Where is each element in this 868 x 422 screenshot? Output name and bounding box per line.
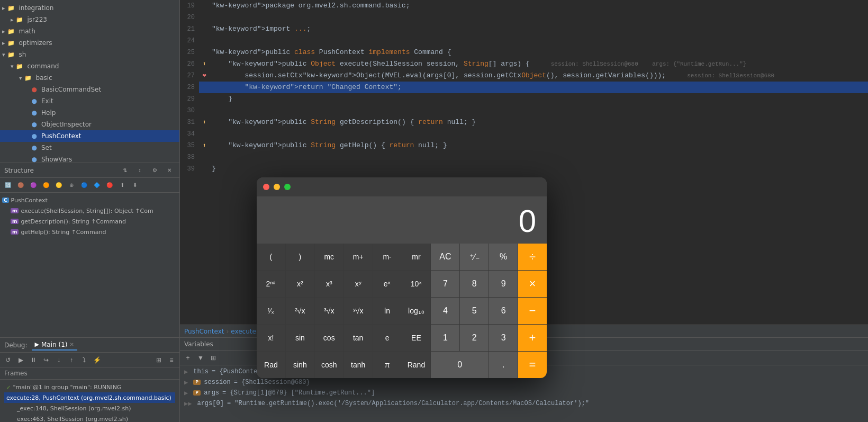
structure-sort-alpha-btn[interactable]: ⇅ bbox=[119, 165, 131, 176]
calc-btn-__x[interactable]: ʸ√x bbox=[344, 298, 373, 324]
calc-btn-Rand[interactable]: Rand bbox=[402, 352, 431, 378]
debug-run-cursor-btn[interactable]: ⤵ bbox=[78, 355, 90, 365]
struct-item[interactable]: mgetHelp(): String ↑Command bbox=[0, 227, 179, 237]
calc-btn-_[interactable]: ) bbox=[286, 244, 314, 270]
calc-btn-10_[interactable]: 10ˣ bbox=[402, 271, 431, 297]
frame-item-1[interactable]: execute:28, PushContext (org.mvel2.sh.co… bbox=[4, 392, 175, 403]
var-item-1[interactable]: ▶Psession= {ShellSession@680} bbox=[180, 377, 868, 388]
calc-btn-_[interactable]: ( bbox=[257, 244, 285, 270]
var-add-btn[interactable]: + bbox=[182, 353, 194, 363]
debug-restart-btn[interactable]: ↺ bbox=[2, 355, 14, 365]
frame-item-2[interactable]: _exec:148, ShellSession (org.mvel2.sh) bbox=[4, 403, 175, 414]
calc-maximize-btn[interactable] bbox=[284, 184, 291, 190]
calc-btn-ln[interactable]: ln bbox=[373, 298, 402, 324]
calc-btn-3[interactable]: 3 bbox=[489, 325, 518, 351]
calc-btn-cosh[interactable]: cosh bbox=[315, 352, 343, 378]
calc-btn-tanh[interactable]: tanh bbox=[344, 352, 373, 378]
calc-btn-___[interactable]: ⁺∕₋ bbox=[460, 244, 489, 270]
calc-btn-x_[interactable]: xʸ bbox=[344, 271, 373, 297]
calc-btn-5[interactable]: 5 bbox=[460, 298, 489, 324]
tree-item-optimizers[interactable]: ▸📁optimizers bbox=[0, 37, 179, 49]
calc-btn-AC[interactable]: AC bbox=[431, 244, 459, 270]
view-as-btn[interactable]: 🔢 bbox=[2, 180, 14, 191]
structure-close-btn[interactable]: ✕ bbox=[164, 165, 175, 176]
tree-item-PushContext[interactable]: ·●PushContext bbox=[0, 130, 179, 142]
calc-btn-sin[interactable]: sin bbox=[286, 325, 314, 351]
struct-item[interactable]: mexecute(ShellSession, String[]): Object… bbox=[0, 205, 179, 216]
view-orange-btn[interactable]: 🟠 bbox=[40, 180, 52, 191]
calc-btn-m_[interactable]: m+ bbox=[344, 244, 373, 270]
debug-step-into-btn[interactable]: ↓ bbox=[53, 355, 65, 365]
debug-threads-btn[interactable]: ≡ bbox=[166, 355, 177, 365]
calc-btn-___[interactable]: ¹⁄ₓ bbox=[257, 298, 285, 324]
calc-btn-9[interactable]: 9 bbox=[489, 271, 518, 297]
var-expand-icon[interactable]: ▶▶ bbox=[184, 400, 192, 408]
calc-btn-x_[interactable]: x³ bbox=[315, 271, 343, 297]
calc-btn-cos[interactable]: cos bbox=[315, 325, 343, 351]
view-collapse-btn[interactable]: ⬇ bbox=[129, 180, 141, 191]
calc-btn-7[interactable]: 7 bbox=[431, 271, 459, 297]
calc-btn-e[interactable]: e bbox=[373, 325, 402, 351]
view-red-btn[interactable]: 🔴 bbox=[104, 180, 115, 191]
debug-step-out-btn[interactable]: ↑ bbox=[66, 355, 77, 365]
tree-item-integration[interactable]: ▸📁integration bbox=[0, 2, 179, 14]
calc-btn-_[interactable]: = bbox=[518, 352, 547, 378]
struct-item[interactable]: mgetDescription(): String ↑Command bbox=[0, 216, 179, 227]
view-filter-btn[interactable]: ⊕ bbox=[66, 180, 77, 191]
calc-btn-4[interactable]: 4 bbox=[431, 298, 459, 324]
struct-item[interactable]: CPushContext bbox=[0, 195, 179, 205]
view-purple-btn[interactable]: 🟣 bbox=[28, 180, 39, 191]
breadcrumb-item-1[interactable]: execute bbox=[231, 328, 256, 335]
calc-btn-_[interactable]: π bbox=[373, 352, 402, 378]
var-expand-icon[interactable]: ▶ bbox=[184, 379, 188, 387]
calc-btn-Rad[interactable]: Rad bbox=[257, 352, 285, 378]
calc-btn-_[interactable]: × bbox=[518, 271, 547, 297]
calc-minimize-btn[interactable] bbox=[274, 184, 280, 190]
calc-btn-_[interactable]: % bbox=[489, 244, 518, 270]
calc-btn-e_[interactable]: eˣ bbox=[373, 271, 402, 297]
calc-btn-2[interactable]: 2 bbox=[460, 325, 489, 351]
view-yellow-btn[interactable]: 🟡 bbox=[53, 180, 65, 191]
calc-btn-log__[interactable]: log₁₀ bbox=[402, 298, 431, 324]
tree-item-sh[interactable]: ▾📁sh bbox=[0, 49, 179, 60]
debug-main-tab[interactable]: ▶ Main (1) ✕ bbox=[32, 340, 77, 351]
calc-btn-__x[interactable]: ³√x bbox=[315, 298, 343, 324]
structure-settings-btn[interactable]: ⚙ bbox=[149, 165, 160, 176]
tree-item-BasicCommandSet[interactable]: ·●BasicCommandSet bbox=[0, 84, 179, 95]
calc-btn-2__[interactable]: 2ⁿᵈ bbox=[257, 271, 285, 297]
view-expand-btn[interactable]: ⬆ bbox=[116, 180, 128, 191]
view-teal-btn[interactable]: 🔷 bbox=[91, 180, 103, 191]
var-expand-icon[interactable]: ▶ bbox=[184, 368, 188, 376]
calc-btn-__x[interactable]: ²√x bbox=[286, 298, 314, 324]
tree-item-jsr223[interactable]: ▸📁jsr223 bbox=[0, 14, 179, 25]
debug-eval-btn[interactable]: ⚡ bbox=[91, 355, 103, 365]
debug-frames-btn[interactable]: ⊞ bbox=[153, 355, 165, 365]
var-expand-icon[interactable]: ▶ bbox=[184, 389, 188, 397]
breadcrumb-item-0[interactable]: PushContext bbox=[184, 328, 224, 335]
var-copy-btn[interactable]: ⊞ bbox=[207, 353, 219, 363]
calc-btn-mc[interactable]: mc bbox=[315, 244, 343, 270]
debug-pause-btn[interactable]: ⏸ bbox=[28, 355, 39, 365]
var-item-3[interactable]: ▶▶args[0]= "Runtime.getRuntime().exec('/… bbox=[180, 398, 868, 409]
calc-btn-8[interactable]: 8 bbox=[460, 271, 489, 297]
structure-sort-btn[interactable]: ↕ bbox=[134, 165, 146, 176]
tree-item-Exit[interactable]: ·●Exit bbox=[0, 95, 179, 107]
calc-btn-0[interactable]: 0 bbox=[431, 352, 489, 378]
calc-btn-EE[interactable]: EE bbox=[402, 325, 431, 351]
calc-close-btn[interactable] bbox=[263, 184, 269, 190]
tree-item-basic[interactable]: ▾📁basic bbox=[0, 72, 179, 84]
calc-btn-sinh[interactable]: sinh bbox=[286, 352, 314, 378]
calc-btn-mr[interactable]: mr bbox=[402, 244, 431, 270]
calc-btn-_[interactable]: . bbox=[489, 352, 518, 378]
calc-btn-x_[interactable]: x! bbox=[257, 325, 285, 351]
debug-resume-btn[interactable]: ▶ bbox=[15, 355, 26, 365]
var-filter-btn[interactable]: ▼ bbox=[195, 353, 206, 363]
calc-btn-tan[interactable]: tan bbox=[344, 325, 373, 351]
debug-step-over-btn[interactable]: ↪ bbox=[40, 355, 52, 365]
tree-item-Help[interactable]: ·●Help bbox=[0, 107, 179, 119]
tree-item-Set[interactable]: ·●Set bbox=[0, 142, 179, 154]
calc-btn-x_[interactable]: x² bbox=[286, 271, 314, 297]
calc-btn-m_[interactable]: m- bbox=[373, 244, 402, 270]
calc-btn-6[interactable]: 6 bbox=[489, 298, 518, 324]
tree-item-ObjectInspector[interactable]: ·●ObjectInspector bbox=[0, 119, 179, 130]
